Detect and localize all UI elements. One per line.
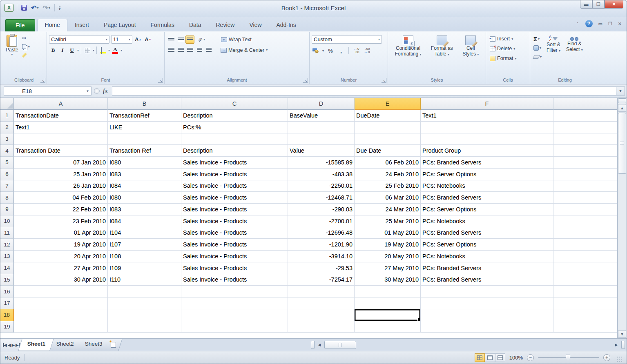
wrap-text-button[interactable]: ↵Wrap Text [219, 35, 253, 44]
cell-partial-5[interactable] [553, 157, 617, 169]
cell-B14[interactable]: I109 [108, 262, 181, 274]
cell-B7[interactable]: I084 [108, 180, 181, 192]
row-header-19[interactable]: 19 [0, 321, 14, 333]
cell-A18[interactable] [14, 309, 108, 321]
cell-E10[interactable]: 25 Mar 2010 [355, 215, 421, 227]
cell-F18[interactable] [421, 309, 553, 321]
ribbon-tab-home[interactable]: Home [38, 19, 67, 31]
conditional-formatting-button[interactable]: Conditional Formatting ▾ [393, 34, 424, 59]
cell-D14[interactable]: -29.53 [288, 262, 355, 274]
cell-F1[interactable]: Text1 [421, 110, 553, 122]
cell-C4[interactable]: Description [181, 145, 288, 157]
cell-partial-13[interactable] [553, 251, 617, 262]
cell-B16[interactable] [108, 286, 181, 297]
cell-B5[interactable]: I080 [108, 157, 181, 169]
cell-B19[interactable] [108, 321, 181, 333]
cell-B13[interactable]: I108 [108, 251, 181, 262]
alignment-dialog-launcher[interactable] [303, 78, 308, 83]
page-layout-view-button[interactable] [485, 353, 495, 362]
cell-D18[interactable] [288, 309, 355, 321]
cell-A14[interactable]: 27 Apr 2010 [14, 262, 108, 274]
align-left-button[interactable] [167, 46, 176, 54]
cell-E11[interactable]: 01 May 2010 [355, 227, 421, 239]
row-header-15[interactable]: 15 [0, 274, 14, 286]
column-header-C[interactable]: C [181, 98, 288, 110]
undo-button[interactable]: ↶▾ [30, 4, 39, 12]
cell-E9[interactable]: 24 Mar 2010 [355, 204, 421, 215]
next-sheet-button[interactable]: ▶ [11, 343, 15, 347]
accounting-format-button[interactable] [312, 47, 320, 55]
cell-C8[interactable]: Sales Invoice - Products [181, 192, 288, 204]
paste-button[interactable]: Paste ▾ [3, 33, 21, 58]
page-break-view-button[interactable] [495, 353, 505, 362]
cell-A2[interactable]: Text1 [14, 122, 108, 133]
autosum-button[interactable]: Σ▾ [532, 35, 543, 42]
cell-A11[interactable]: 01 Apr 2010 [14, 227, 108, 239]
cell-partial-4[interactable] [553, 145, 617, 157]
horizontal-scroll-thumb[interactable] [324, 341, 356, 349]
select-all-corner[interactable] [0, 98, 14, 110]
cell-F9[interactable]: PCs: Server Options [421, 204, 553, 215]
row-header-3[interactable]: 3 [0, 133, 14, 145]
cell-B12[interactable]: I107 [108, 239, 181, 251]
cell-E16[interactable] [355, 286, 421, 297]
cell-C3[interactable] [181, 133, 288, 145]
row-header-18[interactable]: 18 [0, 309, 14, 321]
cell-partial-18[interactable] [553, 309, 617, 321]
cell-B2[interactable]: LIKE [108, 122, 181, 133]
cell-C12[interactable]: Sales Invoice - Products [181, 239, 288, 251]
formula-input[interactable] [112, 87, 616, 95]
vertical-scroll-track[interactable] [618, 174, 627, 330]
cell-D1[interactable]: BaseValue [288, 110, 355, 122]
zoom-level[interactable]: 100% [509, 355, 523, 361]
borders-button[interactable] [83, 46, 91, 54]
cell-E14[interactable]: 27 May 2010 [355, 262, 421, 274]
cell-D5[interactable]: -15585.89 [288, 157, 355, 169]
cell-B17[interactable] [108, 297, 181, 309]
grow-font-button[interactable]: A▲ [134, 36, 142, 44]
cell-D11[interactable]: -12696.48 [288, 227, 355, 239]
zoom-out-button[interactable]: − [527, 354, 534, 361]
number-format-combobox[interactable]: Custom▾ [312, 35, 382, 44]
cell-D10[interactable]: -2700.01 [288, 215, 355, 227]
row-header-16[interactable]: 16 [0, 286, 14, 297]
cell-F16[interactable] [421, 286, 553, 297]
sheet-tab-sheet1[interactable]: Sheet1 [18, 339, 54, 351]
increase-indent-button[interactable] [204, 46, 213, 54]
cell-A4[interactable]: Transaction Date [14, 145, 108, 157]
cell-D3[interactable] [288, 133, 355, 145]
excel-app-icon[interactable]: X [4, 4, 13, 12]
ribbon-tab-file[interactable]: File [5, 19, 35, 31]
row-header-1[interactable]: 1 [0, 110, 14, 122]
redo-button[interactable]: ↷▾ [42, 4, 51, 12]
row-header-14[interactable]: 14 [0, 262, 14, 274]
cell-A10[interactable]: 23 Feb 2010 [14, 215, 108, 227]
cell-D13[interactable]: -3914.10 [288, 251, 355, 262]
cell-D7[interactable]: -2250.01 [288, 180, 355, 192]
cell-partial-1[interactable] [553, 110, 617, 122]
cell-C13[interactable]: Sales Invoice - Products [181, 251, 288, 262]
last-sheet-button[interactable]: ▶ [16, 343, 20, 347]
cell-C5[interactable]: Sales Invoice - Products [181, 157, 288, 169]
cell-D9[interactable]: -290.03 [288, 204, 355, 215]
cell-A9[interactable]: 22 Feb 2010 [14, 204, 108, 215]
previous-sheet-button[interactable]: ◀ [8, 343, 11, 347]
clear-button[interactable]: ▾ [532, 53, 543, 60]
column-header-partial[interactable] [553, 98, 617, 110]
font-name-combobox[interactable]: Calibri▾ [49, 35, 109, 44]
copy-button[interactable]: ▾ [21, 43, 31, 50]
vertical-split-handle[interactable] [618, 98, 626, 103]
percent-style-button[interactable]: % [326, 47, 335, 55]
merge-center-button[interactable]: ↔Merge & Center▾ [219, 46, 269, 54]
cell-C2[interactable]: PCs:% [181, 122, 288, 133]
cell-partial-14[interactable] [553, 262, 617, 274]
cell-A12[interactable]: 19 Apr 2010 [14, 239, 108, 251]
cell-E7[interactable]: 25 Feb 2010 [355, 180, 421, 192]
orientation-button[interactable]: ▾ [195, 36, 208, 44]
ribbon-tab-insert[interactable]: Insert [67, 19, 96, 31]
ribbon-tab-review[interactable]: Review [209, 19, 242, 31]
cell-F15[interactable]: PCs: Branded Servers [421, 274, 553, 286]
cell-C6[interactable]: Sales Invoice - Products [181, 169, 288, 180]
cell-A8[interactable]: 04 Feb 2010 [14, 192, 108, 204]
zoom-slider-track[interactable] [538, 357, 599, 358]
